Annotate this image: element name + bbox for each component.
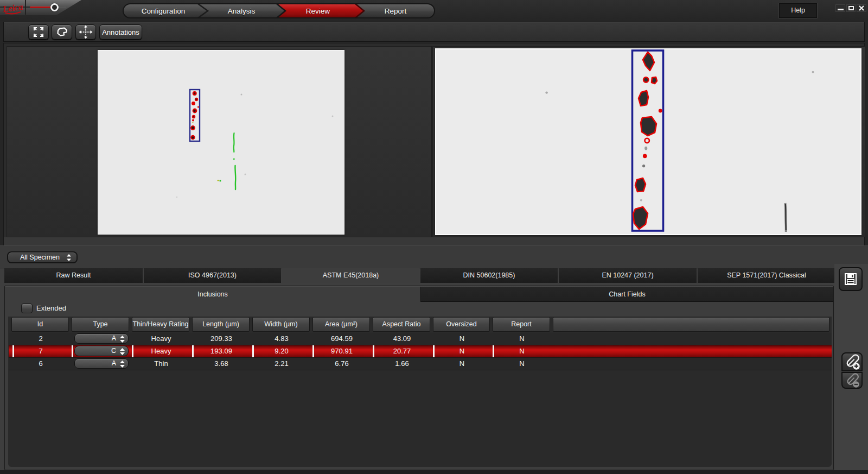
svg-text:Configuration: Configuration: [142, 7, 185, 15]
svg-text:Review: Review: [306, 7, 330, 15]
svg-text:Analysis: Analysis: [228, 7, 256, 15]
svg-text:Report: Report: [385, 7, 407, 15]
